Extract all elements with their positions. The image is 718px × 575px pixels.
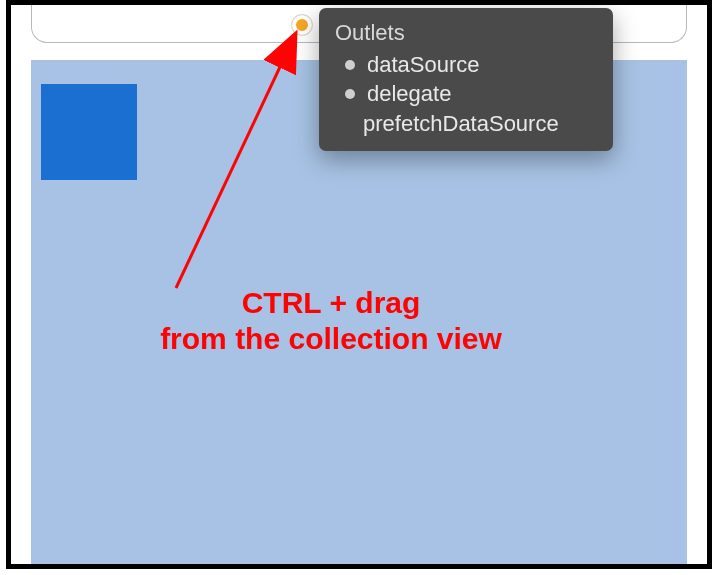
collection-view-cell[interactable] [41,84,137,180]
screenshot-frame: Outlets dataSource delegate prefetchData… [6,0,712,569]
connected-dot-icon [345,89,355,99]
files-owner-anchor-icon[interactable] [292,15,312,35]
outlet-item-prefetchdatasource[interactable]: prefetchDataSource [335,109,597,139]
outlet-item-datasource[interactable]: dataSource [335,50,597,80]
popover-title: Outlets [335,18,597,48]
outlet-item-delegate[interactable]: delegate [335,79,597,109]
outlet-label: delegate [367,79,451,109]
outlet-label: prefetchDataSource [363,109,559,139]
connected-dot-icon [345,60,355,70]
outlets-popover: Outlets dataSource delegate prefetchData… [319,8,613,151]
outlet-label: dataSource [367,50,480,80]
